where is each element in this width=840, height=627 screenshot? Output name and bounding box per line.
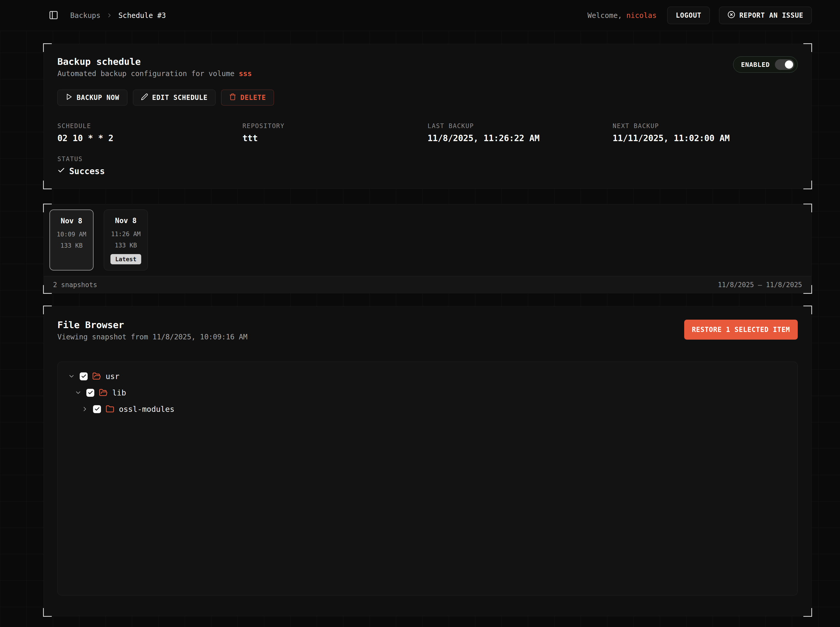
breadcrumb-current-page: Schedule #3 — [118, 11, 166, 20]
corner-bracket — [43, 43, 52, 52]
snapshots-panel: Nov 8 10:09 AM 133 KB Nov 8 11:26 AM 133… — [44, 204, 812, 293]
corner-bracket — [804, 285, 812, 294]
corner-bracket — [43, 306, 52, 314]
status-value: Success — [69, 166, 105, 176]
username: nicolas — [626, 11, 657, 20]
toggle-switch[interactable] — [775, 59, 794, 70]
snapshot-size: 133 KB — [115, 242, 137, 249]
field-next-backup: NEXT BACKUP 11/11/2025, 11:02:00 AM — [613, 123, 798, 143]
topbar: Backups Schedule #3 Welcome, nicolas LOG… — [0, 0, 840, 31]
schedule-panel-subtitle: Automated backup configuration for volum… — [57, 69, 252, 78]
snapshot-date-range: 11/8/2025 – 11/8/2025 — [718, 281, 802, 289]
snapshot-size: 133 KB — [60, 242, 83, 249]
corner-bracket — [43, 181, 52, 189]
restore-button[interactable]: RESTORE 1 SELECTED ITEM — [684, 320, 798, 340]
field-value: 11/8/2025, 11:26:22 AM — [428, 133, 613, 143]
folder-open-icon — [99, 388, 107, 397]
report-issue-button[interactable]: REPORT AN ISSUE — [719, 7, 812, 24]
report-icon — [728, 11, 735, 20]
edit-schedule-button[interactable]: EDIT SCHEDULE — [133, 90, 216, 106]
pencil-icon — [141, 93, 148, 102]
delete-button[interactable]: DELETE — [221, 90, 274, 106]
latest-badge: Latest — [111, 254, 141, 264]
sidebar-toggle-button[interactable] — [49, 10, 58, 21]
checkbox[interactable] — [80, 372, 88, 380]
breadcrumb: Backups Schedule #3 — [70, 11, 166, 20]
status-label: STATUS — [57, 156, 798, 163]
enabled-label: ENABLED — [741, 61, 770, 68]
corner-bracket — [804, 181, 812, 189]
checkbox[interactable] — [86, 389, 94, 397]
chevron-right-icon[interactable] — [81, 405, 88, 413]
tree-row[interactable]: usr — [58, 368, 797, 384]
chevron-down-icon[interactable] — [68, 373, 75, 380]
logout-button[interactable]: LOGOUT — [667, 7, 710, 24]
breadcrumb-backups[interactable]: Backups — [70, 11, 101, 20]
corner-bracket — [804, 306, 812, 314]
snapshot-time: 11:26 AM — [111, 230, 141, 238]
toggle-thumb — [785, 60, 793, 69]
folder-icon — [106, 405, 114, 413]
field-label: NEXT BACKUP — [613, 123, 798, 129]
field-value: 02 10 * * 2 — [57, 133, 242, 143]
welcome-text: Welcome, nicolas — [587, 11, 657, 20]
enabled-toggle[interactable]: ENABLED — [733, 56, 798, 73]
field-value: ttt — [242, 133, 428, 143]
tree-row[interactable]: lib — [58, 384, 797, 401]
field-label: LAST BACKUP — [428, 123, 613, 129]
schedule-panel-title: Backup schedule — [57, 56, 252, 67]
snapshots-footer: 2 snapshots 11/8/2025 – 11/8/2025 — [44, 276, 811, 293]
checkbox[interactable] — [93, 405, 101, 413]
corner-bracket — [804, 203, 812, 212]
snapshot-card[interactable]: Nov 8 11:26 AM 133 KB Latest — [104, 210, 148, 271]
file-browser-title: File Browser — [57, 320, 248, 330]
snapshot-time: 10:09 AM — [57, 231, 86, 238]
edit-schedule-label: EDIT SCHEDULE — [152, 94, 208, 101]
file-tree: usr lib — [57, 362, 798, 595]
chevron-down-icon[interactable] — [74, 389, 82, 396]
corner-bracket — [43, 203, 52, 212]
tree-item-label: lib — [112, 388, 126, 397]
field-value: 11/11/2025, 11:02:00 AM — [613, 133, 798, 143]
backup-now-label: BACKUP NOW — [77, 94, 119, 101]
play-icon — [65, 93, 73, 102]
field-repository: REPOSITORY ttt — [242, 123, 428, 143]
tree-row[interactable]: ossl-modules — [58, 401, 797, 417]
chevron-right-icon — [106, 12, 113, 19]
check-icon — [57, 166, 65, 176]
field-label: SCHEDULE — [57, 123, 242, 129]
report-issue-label: REPORT AN ISSUE — [739, 11, 804, 19]
field-status: STATUS Success — [57, 156, 798, 176]
volume-name: sss — [239, 69, 252, 78]
snapshot-date: Nov 8 — [115, 216, 137, 225]
corner-bracket — [804, 608, 812, 617]
backup-schedule-panel: Backup schedule Automated backup configu… — [44, 44, 812, 189]
delete-label: DELETE — [240, 94, 266, 101]
folder-open-icon — [92, 372, 101, 381]
trash-icon — [229, 93, 236, 102]
snapshot-card[interactable]: Nov 8 10:09 AM 133 KB — [49, 210, 93, 271]
field-last-backup: LAST BACKUP 11/8/2025, 11:26:22 AM — [428, 123, 613, 143]
panel-left-icon — [49, 10, 58, 21]
file-browser-panel: File Browser Viewing snapshot from 11/8/… — [44, 306, 812, 616]
file-browser-subtitle: Viewing snapshot from 11/8/2025, 10:09:1… — [57, 333, 248, 341]
tree-item-label: ossl-modules — [119, 405, 175, 414]
tree-item-label: usr — [106, 372, 119, 381]
snapshot-count: 2 snapshots — [53, 281, 97, 289]
corner-bracket — [43, 608, 52, 617]
field-label: REPOSITORY — [242, 123, 428, 129]
snapshot-date: Nov 8 — [61, 217, 82, 225]
corner-bracket — [43, 285, 52, 294]
corner-bracket — [804, 43, 812, 52]
field-schedule: SCHEDULE 02 10 * * 2 — [57, 123, 242, 143]
backup-now-button[interactable]: BACKUP NOW — [57, 90, 127, 106]
